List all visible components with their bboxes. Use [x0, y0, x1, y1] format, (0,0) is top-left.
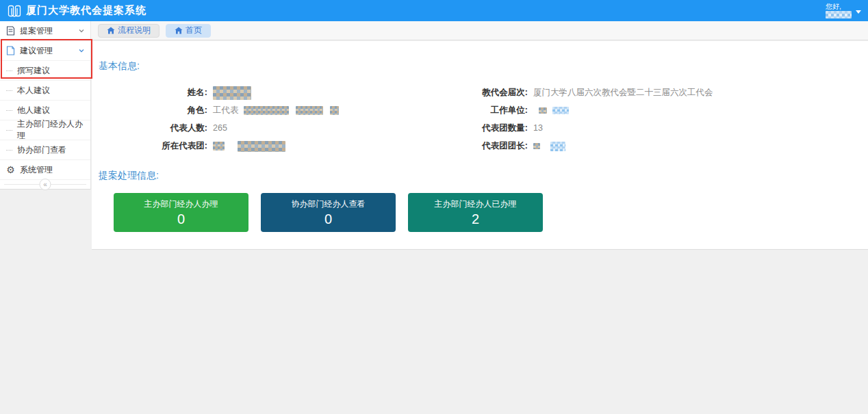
proposal-processing-title: 提案处理信息: — [99, 170, 868, 182]
home-icon — [107, 27, 115, 34]
field-value-delegation — [213, 137, 385, 155]
basic-info-grid: 姓名: 教代会届次: 厦门大学八届六次教代会暨二十三届六次工代会 角色: 工代表… — [99, 83, 868, 155]
sidebar-item-host-dept-handle[interactable]: 主办部门经办人办理 — [0, 120, 90, 140]
sidebar-item-label: 系统管理 — [20, 164, 85, 176]
app-header: 厦门大学教代会提案系统 您好, — [0, 0, 868, 21]
sidebar-item-label: 他人建议 — [17, 105, 50, 116]
sidebar-item-suggestion-management[interactable]: 建议管理 — [0, 41, 90, 61]
university-emblem-icon — [7, 4, 22, 18]
tree-dash-icon — [6, 130, 12, 131]
redacted-value — [533, 143, 540, 149]
sidebar-collapse-row: « — [0, 180, 90, 189]
field-label-role: 角色: — [99, 101, 213, 119]
tab-home[interactable]: 首页 — [166, 24, 211, 38]
tree-dash-icon — [6, 70, 12, 71]
sidebar-item-my-suggestions[interactable]: 本人建议 — [0, 81, 90, 101]
redacted-value — [330, 106, 339, 115]
sidebar-item-others-suggestions[interactable]: 他人建议 — [0, 101, 90, 120]
field-label-delegate-count: 代表人数: — [99, 119, 213, 137]
field-value-delegation-leader — [533, 137, 868, 155]
card-host-dept-handling[interactable]: 主办部门经办人办理 0 — [114, 193, 248, 232]
redacted-value — [552, 107, 569, 114]
collapse-sidebar-button[interactable]: « — [40, 179, 51, 190]
tree-dash-icon — [6, 150, 12, 151]
sidebar-item-proposal-management[interactable]: 提案管理 — [0, 21, 90, 41]
field-label-delegation-leader: 代表团团长: — [385, 137, 533, 155]
sidebar-item-label: 提案管理 — [20, 25, 78, 37]
user-menu[interactable]: 您好, — [826, 3, 861, 18]
field-value-congress-session: 厦门大学八届六次教代会暨二十三届六次工代会 — [533, 83, 868, 101]
gear-icon: ⚙ — [5, 165, 16, 175]
redacted-value — [213, 86, 251, 100]
redacted-value — [244, 106, 289, 115]
redacted-value — [539, 107, 547, 114]
sidebar-item-write-suggestion[interactable]: 撰写建议 — [0, 61, 90, 81]
field-label-delegation: 所在代表团: — [99, 137, 213, 155]
field-value-name — [213, 83, 385, 101]
field-label-delegation-count: 代表团数量: — [385, 119, 533, 137]
chevron-down-icon — [78, 47, 85, 54]
sidebar-item-label: 建议管理 — [20, 45, 78, 57]
tree-dash-icon — [6, 90, 12, 91]
sidebar: 提案管理 建议管理 撰写建议 本人建议 他人建议 — [0, 21, 91, 414]
card-label: 协办部门经办人查看 — [261, 198, 396, 210]
card-label: 主办部门经办人办理 — [114, 198, 248, 210]
main-panel: 基本信息: 姓名: 教代会届次: 厦门大学八届六次教代会暨二十三届六次工代会 角… — [92, 41, 868, 250]
chevron-down-icon — [78, 27, 85, 34]
basic-info-title: 基本信息: — [99, 60, 868, 73]
role-text: 工代表 — [213, 105, 239, 115]
app-title: 厦门大学教代会提案系统 — [26, 4, 146, 17]
tab-process-description[interactable]: 流程说明 — [98, 24, 159, 38]
stat-cards-row: 主办部门经办人办理 0 协办部门经办人查看 0 主办部门经办人已办理 2 — [114, 193, 868, 232]
card-count: 0 — [114, 211, 248, 227]
tab-label: 流程说明 — [118, 25, 151, 36]
field-label-work-unit: 工作单位: — [385, 101, 533, 119]
card-count: 2 — [408, 211, 543, 227]
sidebar-item-label: 撰写建议 — [17, 65, 50, 77]
tab-label: 首页 — [186, 25, 202, 36]
page-icon — [5, 46, 16, 56]
caret-down-icon[interactable] — [856, 10, 861, 14]
field-value-role: 工代表 — [213, 101, 385, 119]
suggestion-submenu: 撰写建议 本人建议 他人建议 主办部门经办人办理 协办部门查看 — [0, 61, 90, 160]
sidebar-item-label: 本人建议 — [17, 85, 50, 96]
field-value-delegation-count: 13 — [533, 119, 868, 137]
user-name-redacted — [826, 11, 852, 18]
field-value-delegate-count: 265 — [213, 119, 385, 137]
redacted-value — [238, 141, 285, 152]
field-value-work-unit — [533, 101, 868, 119]
redacted-value — [296, 106, 323, 115]
redacted-value — [213, 142, 225, 151]
card-host-dept-handled[interactable]: 主办部门经办人已办理 2 — [408, 193, 543, 232]
greeting-text: 您好, — [826, 3, 841, 10]
card-co-dept-viewed[interactable]: 协办部门经办人查看 0 — [261, 193, 396, 232]
tree-dash-icon — [6, 110, 12, 111]
field-label-congress-session: 教代会届次: — [385, 83, 533, 101]
card-count: 0 — [261, 211, 396, 227]
document-icon — [5, 26, 16, 36]
field-label-name: 姓名: — [99, 83, 213, 101]
tab-bar: 流程说明 首页 — [91, 21, 868, 40]
sidebar-item-label: 协办部门查看 — [17, 144, 66, 156]
sidebar-item-label: 主办部门经办人办理 — [17, 118, 90, 142]
home-icon — [175, 27, 183, 34]
redacted-value — [550, 142, 565, 151]
sidebar-item-system-management[interactable]: ⚙ 系统管理 — [0, 160, 90, 180]
card-label: 主办部门经办人已办理 — [408, 198, 543, 210]
sidebar-item-co-dept-view[interactable]: 协办部门查看 — [0, 140, 90, 160]
